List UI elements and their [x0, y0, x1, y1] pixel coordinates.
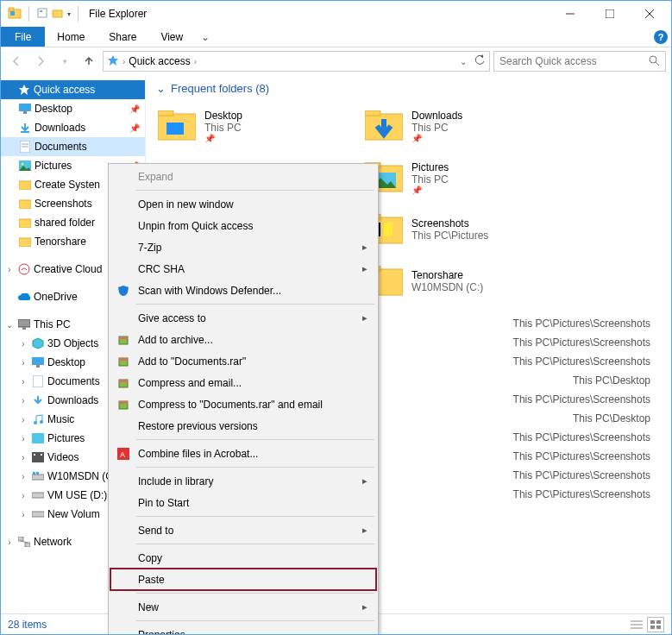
menu-7zip[interactable]: 7-Zip▸ [110, 236, 376, 258]
nav-downloads[interactable]: Downloads📌 [1, 118, 145, 137]
breadcrumb-root[interactable]: Quick access [129, 55, 190, 67]
menu-send-to[interactable]: Send to▸ [110, 519, 376, 541]
tile-desktop[interactable]: DesktopThis PC📌 [156, 102, 346, 150]
menu-new[interactable]: New▸ [110, 596, 376, 618]
nav-forward-button[interactable] [30, 51, 51, 72]
svg-rect-7 [606, 9, 614, 18]
menu-crc-sha[interactable]: CRC SHA▸ [110, 258, 376, 280]
menu-unpin-quick-access[interactable]: Unpin from Quick access [110, 215, 376, 236]
menu-windows-defender[interactable]: Scan with Windows Defender... [110, 280, 376, 301]
svg-rect-24 [19, 219, 31, 228]
close-button[interactable] [630, 1, 669, 27]
menu-compress-documents-email[interactable]: Compress to "Documents.rar" and email [110, 393, 376, 415]
nav-quick-access[interactable]: ⌄Quick access [1, 80, 145, 99]
svg-rect-22 [19, 181, 31, 190]
svg-rect-1 [9, 8, 14, 10]
tile-tenorshare[interactable]: TenorshareW10MSDN (C:) [363, 257, 553, 305]
svg-rect-3 [38, 9, 47, 17]
svg-line-45 [21, 541, 28, 543]
menu-open-new-window[interactable]: Open in new window [110, 193, 376, 215]
view-large-icons-button[interactable] [647, 617, 664, 632]
svg-point-33 [40, 420, 43, 424]
search-input[interactable]: Search Quick access [493, 51, 666, 72]
menu-pin-to-start[interactable]: Pin to Start [110, 492, 376, 513]
menu-give-access-to[interactable]: Give access to▸ [110, 307, 376, 329]
menu-compress-email[interactable]: Compress and email... [110, 372, 376, 393]
menu-paste[interactable]: Paste [110, 569, 376, 590]
chevron-right-icon: ▸ [362, 475, 367, 487]
tile-downloads[interactable]: DownloadsThis PC📌 [363, 102, 553, 150]
svg-text:A: A [120, 450, 125, 459]
nav-up-button[interactable] [79, 51, 99, 72]
minimize-button[interactable] [550, 1, 590, 27]
acrobat-icon: A [116, 446, 131, 462]
svg-marker-13 [19, 85, 29, 95]
qat-newfolder-icon[interactable] [52, 7, 64, 22]
svg-rect-25 [19, 238, 31, 247]
status-item-count: 28 items [8, 619, 47, 631]
menu-copy[interactable]: Copy [110, 547, 376, 569]
nav-documents[interactable]: Documents [1, 137, 145, 156]
tab-file[interactable]: File [1, 27, 45, 47]
svg-rect-14 [19, 104, 31, 111]
winrar-icon [116, 397, 131, 412]
qat-dropdown-icon[interactable]: ▾ [67, 10, 71, 18]
svg-rect-23 [19, 200, 31, 209]
svg-point-26 [19, 264, 29, 274]
menu-include-in-library[interactable]: Include in library▸ [110, 470, 376, 492]
maximize-button[interactable] [590, 1, 630, 27]
address-dropdown-icon[interactable]: ⌄ [460, 57, 467, 66]
svg-rect-41 [32, 493, 44, 498]
svg-rect-5 [53, 10, 62, 17]
menu-restore-previous-versions[interactable]: Restore previous versions [110, 415, 376, 437]
menu-combine-acrobat[interactable]: ACombine files in Acrobat... [110, 443, 376, 464]
search-icon[interactable] [648, 54, 660, 69]
view-details-button[interactable] [628, 617, 645, 632]
refresh-button[interactable] [474, 54, 486, 69]
svg-rect-65 [650, 626, 655, 629]
nav-back-button[interactable] [6, 51, 27, 72]
svg-rect-43 [18, 537, 23, 541]
chevron-right-icon: ▸ [362, 312, 367, 324]
menu-add-to-documents-rar[interactable]: Add to "Documents.rar" [110, 350, 376, 372]
help-button[interactable]: ? [650, 27, 671, 47]
svg-rect-63 [650, 620, 655, 624]
menu-expand[interactable]: Expand [110, 166, 376, 187]
svg-rect-27 [18, 319, 30, 327]
svg-point-21 [22, 163, 24, 166]
svg-point-11 [650, 56, 656, 63]
tile-pictures[interactable]: PicturesThis PC📌 [363, 154, 553, 202]
svg-rect-4 [40, 10, 42, 12]
ribbon-tabs: File Home Share View ⌄ ? [1, 27, 671, 47]
winrar-icon [116, 354, 131, 369]
tile-screenshots[interactable]: ScreenshotsThis PC\Pictures [363, 205, 553, 254]
address-bar[interactable]: › Quick access › ⌄ [103, 51, 490, 72]
svg-rect-37 [41, 454, 42, 456]
chevron-right-icon[interactable]: › [194, 57, 197, 66]
winrar-icon [116, 375, 131, 391]
menu-properties[interactable]: Properties [110, 624, 376, 635]
svg-rect-35 [32, 452, 44, 462]
svg-rect-50 [365, 110, 380, 116]
svg-rect-47 [158, 110, 173, 116]
tab-view[interactable]: View [148, 27, 195, 47]
chevron-right-icon[interactable]: › [122, 57, 125, 66]
svg-rect-38 [32, 475, 44, 480]
svg-rect-66 [656, 626, 661, 629]
group-header-frequent[interactable]: ⌄ Frequent folders (8) [156, 82, 661, 95]
winrar-icon [116, 332, 131, 348]
svg-rect-28 [22, 327, 26, 330]
pin-icon: 📌 [204, 134, 242, 143]
folder-icon [363, 105, 405, 147]
tab-share[interactable]: Share [97, 27, 148, 47]
nav-history-dropdown[interactable]: ▾ [54, 51, 75, 72]
pin-icon: 📌 [129, 104, 140, 114]
folder-icon [156, 105, 198, 147]
tab-home[interactable]: Home [45, 27, 97, 47]
qat-properties-icon[interactable] [36, 7, 48, 22]
menu-add-to-archive[interactable]: Add to archive... [110, 329, 376, 350]
svg-rect-29 [32, 357, 44, 365]
ribbon-expand-icon[interactable]: ⌄ [195, 27, 216, 47]
svg-rect-70 [119, 358, 128, 361]
nav-desktop[interactable]: Desktop📌 [1, 99, 145, 118]
